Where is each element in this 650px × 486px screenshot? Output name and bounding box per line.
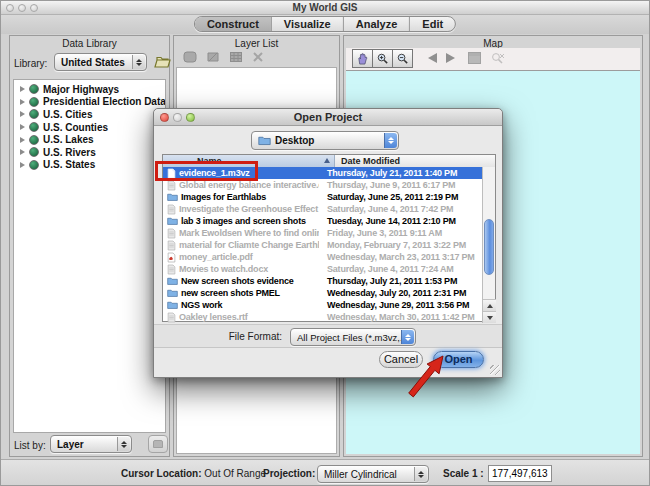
disclosure-triangle-icon[interactable]: [20, 149, 25, 155]
file-date-cell: Monday, February 7, 2011 3:22 PM: [319, 240, 483, 250]
library-row: Library: United States: [14, 53, 166, 74]
forward-arrow-icon[interactable]: [446, 53, 455, 63]
mode-tabbar: ConstructVisualizeAnalyzeEdit: [1, 15, 649, 34]
file-name: Movies to watch.docx: [179, 264, 268, 274]
layer-list-toolbar: [176, 50, 337, 67]
file-name-cell: New screen shots evidence: [163, 276, 319, 286]
file-row-oakley-lenses-rtf: Oakley lenses.rtfWednesday, March 30, 20…: [163, 311, 483, 323]
back-arrow-icon[interactable]: [428, 53, 437, 63]
pan-hand-icon[interactable]: [352, 49, 373, 68]
file-row-new-screen-shots-pmel[interactable]: new screen shots PMELWednesday, July 20,…: [163, 287, 483, 299]
library-view-icon[interactable]: [148, 435, 168, 453]
open-library-folder-icon[interactable]: [154, 54, 172, 70]
tree-item-label: U.S. Counties: [43, 122, 108, 133]
file-name: lab 3 images and screen shots: [181, 216, 306, 226]
tab-edit[interactable]: Edit: [410, 17, 455, 31]
document-icon: [167, 204, 176, 215]
resize-grip-icon[interactable]: [490, 365, 500, 375]
delete-icon[interactable]: [251, 50, 265, 68]
zoom-out-icon[interactable]: [392, 49, 413, 68]
document-icon: [167, 240, 176, 251]
list-by-row: List by: Layer: [14, 435, 166, 456]
tree-item-label: Major Highways: [43, 84, 119, 95]
location-select[interactable]: Desktop: [251, 131, 399, 150]
file-format-select[interactable]: All Project Files (*.m3vz,...: [290, 328, 416, 346]
scroll-down-icon[interactable]: [483, 311, 496, 323]
document-icon: [167, 228, 176, 239]
cursor-location-label: Cursor Location:: [121, 468, 202, 479]
file-name-cell: new screen shots PMEL: [163, 288, 319, 298]
annotation-arrow-icon: [401, 347, 451, 399]
projection-select[interactable]: Miller Cylindrical: [317, 465, 429, 483]
stepper-icon: [401, 330, 414, 344]
file-row-ngs-work[interactable]: NGS workWednesday, June 29, 2011 3:56 PM: [163, 299, 483, 311]
file-name-cell: lab 3 images and screen shots: [163, 216, 319, 226]
table-icon[interactable]: [228, 50, 244, 68]
tree-item-label: U.S. Lakes: [43, 134, 94, 145]
scale-label: Scale 1 :: [443, 468, 484, 479]
tree-item-u-s-lakes[interactable]: U.S. Lakes: [18, 133, 165, 146]
file-format-label: File Format:: [229, 331, 282, 342]
tree-item-u-s-rivers[interactable]: U.S. Rivers: [18, 146, 165, 159]
disclosure-triangle-icon[interactable]: [20, 111, 25, 117]
layer-globe-icon: [29, 97, 39, 107]
tab-visualize[interactable]: Visualize: [272, 17, 344, 31]
projection-select-value: Miller Cylindrical: [324, 469, 397, 480]
file-date-cell: Thursday, July 21, 2011 1:40 PM: [319, 168, 483, 178]
tree-item-label: U.S. Cities: [43, 109, 92, 120]
tab-construct[interactable]: Construct: [195, 17, 272, 31]
file-date-cell: Wednesday, March 30, 2011 1:42 PM: [319, 312, 483, 322]
tree-item-u-s-counties[interactable]: U.S. Counties: [18, 121, 165, 134]
tree-item-presidential-election-data[interactable]: Presidential Election Data: [18, 96, 165, 109]
file-row-new-screen-shots-evidence[interactable]: New screen shots evidenceThursday, July …: [163, 275, 483, 287]
document-icon: [167, 180, 176, 191]
column-header-date[interactable]: Date Modified: [335, 155, 495, 167]
scrollbar-thumb[interactable]: [484, 219, 494, 275]
data-library-panel: Data Library Library: United States Majo…: [9, 35, 170, 457]
file-date-cell: Thursday, July 21, 2011 1:53 PM: [319, 276, 483, 286]
app-window: My World GIS ConstructVisualizeAnalyzeEd…: [0, 0, 650, 486]
file-row-lab-3-images-and-screen-shots[interactable]: lab 3 images and screen shotsTuesday, Ju…: [163, 215, 483, 227]
library-select[interactable]: United States: [54, 53, 147, 71]
tab-analyze[interactable]: Analyze: [344, 17, 411, 31]
folder-icon: [167, 216, 178, 226]
tree-item-major-highways[interactable]: Major Highways: [18, 83, 165, 96]
layer-globe-icon: [29, 109, 39, 119]
file-name: NGS work: [181, 300, 222, 310]
file-row-images-for-earthlabs[interactable]: Images for EarthlabsSaturday, June 25, 2…: [163, 191, 483, 203]
disclosure-triangle-icon[interactable]: [20, 86, 25, 92]
disclosure-triangle-icon[interactable]: [20, 99, 25, 105]
scrollbar[interactable]: [482, 167, 495, 323]
disclosure-triangle-icon[interactable]: [20, 162, 25, 168]
zoom-selection-icon[interactable]: [490, 51, 505, 70]
map-toolbar: [346, 48, 640, 70]
disclosure-triangle-icon[interactable]: [20, 137, 25, 143]
scroll-up-icon[interactable]: [483, 299, 496, 311]
annotation-highlight-box: [155, 161, 258, 181]
app-title: My World GIS: [1, 2, 649, 13]
stepper-icon: [132, 55, 145, 69]
edit-layer-icon[interactable]: [205, 50, 221, 68]
add-layer-icon[interactable]: [182, 50, 198, 68]
map-tool-group: [352, 49, 412, 68]
cursor-location: Cursor Location: Out Of Range: [121, 468, 266, 479]
file-name: Investigate the Greenhouse Effect Jav...: [179, 204, 319, 214]
file-date-cell: Saturday, June 25, 2011 2:19 PM: [319, 192, 483, 202]
tree-item-label: Presidential Election Data: [43, 96, 166, 107]
tree-item-u-s-states[interactable]: U.S. States: [18, 159, 165, 172]
zoom-extent-icon[interactable]: [468, 52, 481, 64]
layer-globe-icon: [29, 147, 39, 157]
library-label: Library:: [14, 58, 47, 69]
layer-globe-icon: [29, 122, 39, 132]
list-by-select[interactable]: Layer: [50, 435, 132, 453]
layer-globe-icon: [29, 160, 39, 170]
tree-item-u-s-cities[interactable]: U.S. Cities: [18, 108, 165, 121]
tree-item-label: U.S. States: [43, 159, 95, 170]
disclosure-triangle-icon[interactable]: [20, 124, 25, 130]
zoom-in-icon[interactable]: [372, 49, 393, 68]
scale-input[interactable]: [488, 465, 552, 482]
pdf-file-icon: [167, 252, 176, 263]
folder-icon: [258, 135, 271, 146]
status-bar: Cursor Location: Out Of Range Projection…: [1, 459, 649, 486]
layer-globe-icon: [29, 84, 39, 94]
